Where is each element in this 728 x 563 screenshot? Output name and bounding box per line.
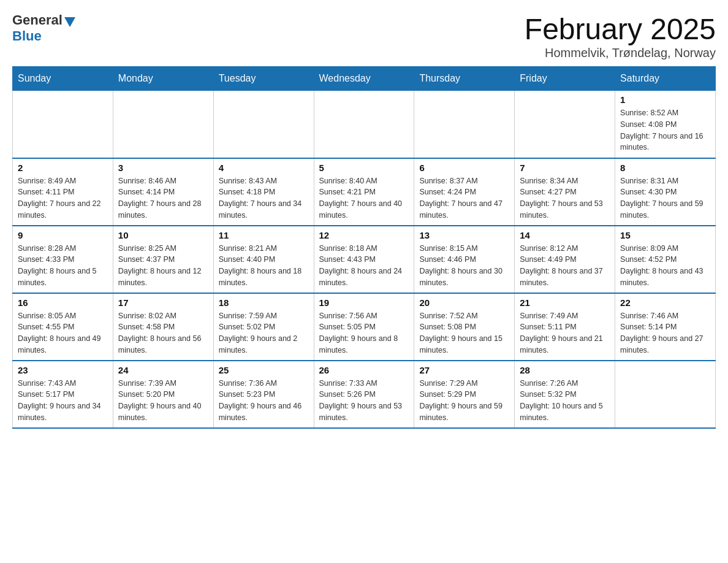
calendar-cell: 6Sunrise: 8:37 AM Sunset: 4:24 PM Daylig… [414,158,515,226]
week-row-5: 23Sunrise: 7:43 AM Sunset: 5:17 PM Dayli… [13,361,716,428]
day-number: 18 [219,297,309,308]
day-info: Sunrise: 8:09 AM Sunset: 4:52 PM Dayligh… [620,243,710,289]
logo-text-general: General [12,12,63,28]
week-row-4: 16Sunrise: 8:05 AM Sunset: 4:55 PM Dayli… [13,293,716,361]
day-number: 6 [419,163,509,173]
day-info: Sunrise: 7:46 AM Sunset: 5:14 PM Dayligh… [620,310,710,356]
calendar-cell [414,91,515,158]
day-info: Sunrise: 7:59 AM Sunset: 5:02 PM Dayligh… [219,310,309,356]
day-info: Sunrise: 8:05 AM Sunset: 4:55 PM Dayligh… [18,310,108,356]
day-number: 14 [520,230,610,240]
day-number: 22 [620,297,710,308]
day-info: Sunrise: 8:43 AM Sunset: 4:18 PM Dayligh… [219,175,309,221]
day-number: 19 [319,297,409,308]
calendar-cell: 11Sunrise: 8:21 AM Sunset: 4:40 PM Dayli… [213,226,314,293]
calendar-cell: 26Sunrise: 7:33 AM Sunset: 5:26 PM Dayli… [314,361,414,428]
day-number: 10 [118,230,208,240]
day-number: 13 [419,230,509,240]
calendar-cell [13,91,113,158]
day-info: Sunrise: 7:33 AM Sunset: 5:26 PM Dayligh… [319,378,409,424]
calendar-cell: 7Sunrise: 8:34 AM Sunset: 4:27 PM Daylig… [515,158,615,226]
weekday-header-thursday: Thursday [414,67,515,91]
calendar-cell: 25Sunrise: 7:36 AM Sunset: 5:23 PM Dayli… [213,361,314,428]
day-number: 7 [520,163,610,173]
calendar-cell: 1Sunrise: 8:52 AM Sunset: 4:08 PM Daylig… [615,91,716,158]
day-info: Sunrise: 8:40 AM Sunset: 4:21 PM Dayligh… [319,175,409,221]
calendar-cell: 5Sunrise: 8:40 AM Sunset: 4:21 PM Daylig… [314,158,414,226]
day-info: Sunrise: 8:37 AM Sunset: 4:24 PM Dayligh… [419,175,509,221]
calendar-cell: 9Sunrise: 8:28 AM Sunset: 4:33 PM Daylig… [13,226,113,293]
day-info: Sunrise: 8:02 AM Sunset: 4:58 PM Dayligh… [118,310,208,356]
day-number: 12 [319,230,409,240]
day-info: Sunrise: 7:26 AM Sunset: 5:32 PM Dayligh… [520,378,610,424]
calendar-cell: 10Sunrise: 8:25 AM Sunset: 4:37 PM Dayli… [113,226,213,293]
day-number: 21 [520,297,610,308]
day-number: 26 [319,365,409,375]
logo-arrow-icon [64,17,75,27]
day-info: Sunrise: 7:39 AM Sunset: 5:20 PM Dayligh… [118,378,208,424]
calendar-cell [113,91,213,158]
calendar-cell: 19Sunrise: 7:56 AM Sunset: 5:05 PM Dayli… [314,293,414,361]
calendar-cell: 12Sunrise: 8:18 AM Sunset: 4:43 PM Dayli… [314,226,414,293]
calendar-cell: 17Sunrise: 8:02 AM Sunset: 4:58 PM Dayli… [113,293,213,361]
calendar-cell: 15Sunrise: 8:09 AM Sunset: 4:52 PM Dayli… [615,226,716,293]
calendar-cell: 27Sunrise: 7:29 AM Sunset: 5:29 PM Dayli… [414,361,515,428]
day-info: Sunrise: 8:15 AM Sunset: 4:46 PM Dayligh… [419,243,509,289]
day-number: 20 [419,297,509,308]
calendar-cell [615,361,716,428]
day-info: Sunrise: 8:25 AM Sunset: 4:37 PM Dayligh… [118,243,208,289]
calendar-cell: 28Sunrise: 7:26 AM Sunset: 5:32 PM Dayli… [515,361,615,428]
logo: General Blue [12,12,75,44]
day-number: 25 [219,365,309,375]
calendar-cell: 20Sunrise: 7:52 AM Sunset: 5:08 PM Dayli… [414,293,515,361]
calendar-table: SundayMondayTuesdayWednesdayThursdayFrid… [12,66,716,429]
week-row-3: 9Sunrise: 8:28 AM Sunset: 4:33 PM Daylig… [13,226,716,293]
weekday-header-friday: Friday [515,67,615,91]
day-number: 28 [520,365,610,375]
day-number: 23 [18,365,108,375]
weekday-header-row: SundayMondayTuesdayWednesdayThursdayFrid… [13,67,716,91]
day-info: Sunrise: 8:49 AM Sunset: 4:11 PM Dayligh… [18,175,108,221]
calendar-cell: 22Sunrise: 7:46 AM Sunset: 5:14 PM Dayli… [615,293,716,361]
calendar-cell: 16Sunrise: 8:05 AM Sunset: 4:55 PM Dayli… [13,293,113,361]
title-section: February 2025 Hommelvik, Trøndelag, Norw… [525,12,716,60]
day-info: Sunrise: 8:12 AM Sunset: 4:49 PM Dayligh… [520,243,610,289]
calendar-cell: 3Sunrise: 8:46 AM Sunset: 4:14 PM Daylig… [113,158,213,226]
calendar-cell: 4Sunrise: 8:43 AM Sunset: 4:18 PM Daylig… [213,158,314,226]
day-number: 27 [419,365,509,375]
day-number: 2 [18,163,108,173]
calendar-cell: 14Sunrise: 8:12 AM Sunset: 4:49 PM Dayli… [515,226,615,293]
day-number: 15 [620,230,710,240]
day-info: Sunrise: 8:34 AM Sunset: 4:27 PM Dayligh… [520,175,610,221]
day-info: Sunrise: 7:56 AM Sunset: 5:05 PM Dayligh… [319,310,409,356]
calendar-cell [314,91,414,158]
day-info: Sunrise: 8:21 AM Sunset: 4:40 PM Dayligh… [219,243,309,289]
calendar-cell [515,91,615,158]
day-info: Sunrise: 8:46 AM Sunset: 4:14 PM Dayligh… [118,175,208,221]
day-info: Sunrise: 7:43 AM Sunset: 5:17 PM Dayligh… [18,378,108,424]
day-info: Sunrise: 7:49 AM Sunset: 5:11 PM Dayligh… [520,310,610,356]
day-info: Sunrise: 7:52 AM Sunset: 5:08 PM Dayligh… [419,310,509,356]
weekday-header-wednesday: Wednesday [314,67,414,91]
calendar-cell: 18Sunrise: 7:59 AM Sunset: 5:02 PM Dayli… [213,293,314,361]
calendar-cell: 8Sunrise: 8:31 AM Sunset: 4:30 PM Daylig… [615,158,716,226]
page-header: General Blue February 2025 Hommelvik, Tr… [12,12,716,60]
day-number: 8 [620,163,710,173]
week-row-1: 1Sunrise: 8:52 AM Sunset: 4:08 PM Daylig… [13,91,716,158]
week-row-2: 2Sunrise: 8:49 AM Sunset: 4:11 PM Daylig… [13,158,716,226]
weekday-header-monday: Monday [113,67,213,91]
day-info: Sunrise: 7:36 AM Sunset: 5:23 PM Dayligh… [219,378,309,424]
day-number: 24 [118,365,208,375]
month-title: February 2025 [525,12,716,46]
weekday-header-saturday: Saturday [615,67,716,91]
calendar-cell [213,91,314,158]
day-number: 5 [319,163,409,173]
day-info: Sunrise: 8:52 AM Sunset: 4:08 PM Dayligh… [620,107,710,153]
day-info: Sunrise: 7:29 AM Sunset: 5:29 PM Dayligh… [419,378,509,424]
day-number: 1 [620,94,710,105]
calendar-cell: 24Sunrise: 7:39 AM Sunset: 5:20 PM Dayli… [113,361,213,428]
day-number: 4 [219,163,309,173]
day-info: Sunrise: 8:31 AM Sunset: 4:30 PM Dayligh… [620,175,710,221]
weekday-header-tuesday: Tuesday [213,67,314,91]
day-number: 17 [118,297,208,308]
